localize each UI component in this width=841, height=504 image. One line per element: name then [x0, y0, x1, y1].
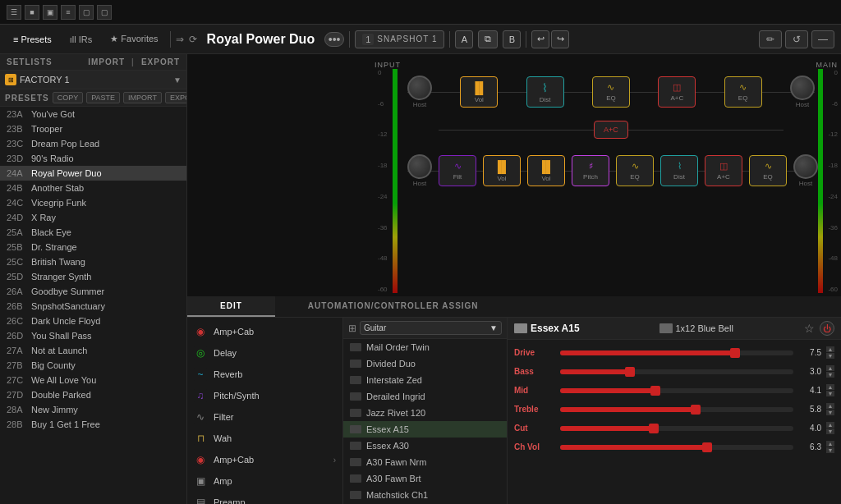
amp-preset-item[interactable]: Mail Order Twin [343, 339, 507, 355]
window-icon3[interactable]: ≡ [61, 5, 76, 20]
chain-node-host-3r[interactable]: Host [793, 154, 818, 187]
chain-node-eq-4[interactable]: ∿ EQ [749, 155, 787, 186]
amp-preset-item[interactable]: Interstate Zed [343, 372, 507, 388]
star-button[interactable]: ☆ [804, 322, 815, 335]
copy-btn[interactable]: COPY [53, 92, 84, 103]
preset-item[interactable]: 26CDark Uncle Floyd [0, 314, 186, 328]
preset-item[interactable]: 24BAnother Stab [0, 181, 186, 195]
effect-item[interactable]: ▣ Amp [187, 470, 342, 492]
chain-node-pitch[interactable]: ♯ Pitch [572, 155, 609, 186]
knob-down-btn[interactable]: ▼ [826, 391, 834, 396]
preset-item[interactable]: 26DYou Shall Pass [0, 328, 186, 343]
chain-node-vol-3a[interactable]: ▐▌ Vol [483, 155, 521, 186]
tab-edit[interactable]: EDIT [187, 296, 275, 317]
amp-preset-item[interactable]: Derailed Ingrid [343, 388, 507, 405]
preset-item[interactable]: 23D90's Radio [0, 151, 186, 166]
chain-node-host-left[interactable]: Host [407, 76, 432, 108]
knob-stepper-ch vol[interactable]: ▲ ▼ [826, 441, 834, 453]
preset-item[interactable]: 23BTrooper [0, 121, 186, 136]
effect-item[interactable]: ◎ Delay [187, 342, 342, 364]
effect-item[interactable]: ∿ Filter [187, 406, 342, 428]
knob-up-btn[interactable]: ▲ [826, 441, 834, 447]
import-link[interactable]: IMPORT [88, 57, 125, 66]
knob-up-btn[interactable]: ▲ [826, 384, 834, 390]
chain-node-filt[interactable]: ∿ Filt [439, 155, 476, 186]
eq-block-1[interactable]: ∿ EQ [592, 76, 630, 108]
power-button[interactable]: ⏻ [820, 321, 834, 336]
knob-down-btn[interactable]: ▼ [826, 447, 834, 453]
chain-node-dist-3[interactable]: ⌇ Dist [660, 155, 698, 186]
preset-item[interactable]: 24CVicegrip Funk [0, 195, 186, 210]
presets-nav-btn[interactable]: ≡ Presets [7, 32, 58, 47]
knob-down-btn[interactable]: ▼ [826, 410, 834, 415]
copy-icon[interactable]: ⧉ [478, 30, 498, 48]
knob-stepper-drive[interactable]: ▲ ▼ [826, 346, 834, 359]
knob-up-btn[interactable]: ▲ [826, 403, 834, 409]
amp-preset-item[interactable]: A30 Fawn Nrm [343, 454, 507, 470]
import-btn2[interactable]: IMPORT [123, 92, 162, 103]
knob-slider-bass[interactable] [560, 369, 793, 374]
amp-preset-item[interactable]: Matchstick Ch1 [343, 487, 507, 503]
chain-node-eq-1[interactable]: ∿ EQ [592, 76, 630, 108]
knob-slider-drive[interactable] [560, 351, 793, 355]
vol-block-1[interactable]: ▐▌ Vol [460, 76, 498, 108]
window-icon1[interactable]: ■ [25, 5, 39, 20]
btn-a[interactable]: A [455, 30, 473, 48]
dist-block-1[interactable]: ⌇ Dist [526, 76, 564, 108]
amp-preset-item[interactable]: Essex A30 [343, 438, 507, 454]
chain-node-dist-1[interactable]: ⌇ Dist [526, 76, 564, 108]
knob-up-btn[interactable]: ▲ [826, 346, 834, 352]
host-knob-3r[interactable] [793, 154, 818, 179]
pencil-btn[interactable]: ✏ [759, 30, 782, 48]
snapshot-button[interactable]: 1 SNAPSHOT 1 [355, 30, 444, 48]
preset-item[interactable]: 24ARoyal Power Duo [0, 166, 186, 181]
window-icon2[interactable]: ▣ [43, 5, 57, 20]
preset-item[interactable]: 28BBuy 1 Get 1 Free [0, 417, 186, 432]
eq-block-4[interactable]: ∿ EQ [749, 155, 787, 186]
preset-item[interactable]: 25DStranger Synth [0, 269, 186, 284]
export-btn2[interactable]: EXPORT [165, 92, 187, 103]
preset-item[interactable]: 26AGoodbye Summer [0, 284, 186, 299]
effect-item[interactable]: ⊓ Wah [187, 428, 342, 449]
knob-stepper-mid[interactable]: ▲ ▼ [826, 384, 834, 396]
factory-selector[interactable]: ⊞ FACTORY 1 ▼ [0, 71, 186, 89]
preset-item[interactable]: 25ABlack Eye [0, 225, 186, 240]
ac-block-1[interactable]: ◫ A+C [658, 76, 696, 108]
preset-item[interactable]: 23AYou've Got [0, 107, 186, 121]
knob-down-btn[interactable]: ▼ [826, 353, 834, 359]
knob-slider-ch vol[interactable] [560, 445, 793, 450]
eq-block-3[interactable]: ∿ EQ [616, 155, 654, 186]
effect-item[interactable]: ~ Reverb [187, 364, 342, 385]
ac-block-2[interactable]: A+C [594, 121, 628, 139]
preset-item[interactable]: 26BSnpshotSanctuary [0, 299, 186, 314]
more-button[interactable]: ••• [324, 32, 344, 47]
chain-node-eq-3[interactable]: ∿ EQ [616, 155, 654, 186]
host-knob-right[interactable] [790, 76, 815, 100]
chain-node-host-right[interactable]: Host [790, 76, 815, 108]
knob-stepper-treble[interactable]: ▲ ▼ [826, 403, 834, 415]
preset-item[interactable]: 24DX Ray [0, 210, 186, 225]
effect-item[interactable]: ▤ Preamp [187, 492, 342, 504]
host-knob-left[interactable] [407, 76, 432, 100]
knob-up-btn[interactable]: ▲ [826, 365, 834, 371]
chain-node-ac-2[interactable]: A+C [594, 121, 628, 139]
pitch-block[interactable]: ♯ Pitch [572, 155, 609, 186]
chain-node-vol-1[interactable]: ▐▌ Vol [460, 76, 498, 108]
preset-item[interactable]: 25BDr. Strange [0, 240, 186, 254]
amp-category-select[interactable]: Guitar ▼ [360, 321, 502, 335]
window-icon4[interactable]: ▢ [79, 5, 94, 20]
knob-stepper-bass[interactable]: ▲ ▼ [826, 365, 834, 378]
chain-node-ac-3[interactable]: ◫ A+C [705, 155, 742, 186]
preset-item[interactable]: 27CWe All Love You [0, 373, 186, 387]
vol-block-3a[interactable]: ▐▌ Vol [483, 155, 521, 186]
ac-block-3[interactable]: ◫ A+C [705, 155, 742, 186]
preset-item[interactable]: 27ANot at Launch [0, 343, 186, 358]
dist-block-3[interactable]: ⌇ Dist [660, 155, 698, 186]
amp-preset-item[interactable]: Essex A15 [343, 421, 507, 438]
effect-item[interactable]: ◉ Amp+Cab › [187, 449, 342, 470]
filt-block[interactable]: ∿ Filt [439, 155, 476, 186]
export-link[interactable]: EXPORT [141, 57, 180, 66]
preset-item[interactable]: 27BBig County [0, 358, 186, 373]
knob-slider-treble[interactable] [560, 407, 793, 412]
effect-item[interactable]: ♫ Pitch/Synth [187, 385, 342, 406]
